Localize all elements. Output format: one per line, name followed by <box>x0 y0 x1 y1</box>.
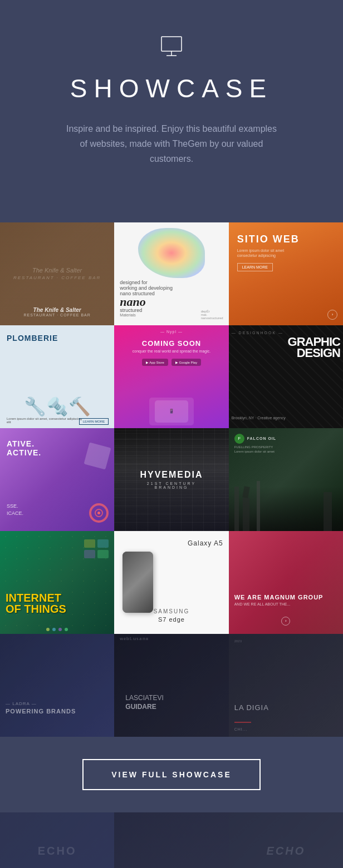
showcase-description: Inspire and be inspired. Enjoy this beau… <box>66 121 277 167</box>
cta-section: VIEW FULL SHOWCASE <box>0 737 343 812</box>
gallery-item-3[interactable]: SITIO WEB Lorem ipsum dolor sit amet con… <box>229 222 343 325</box>
gallery-item-7[interactable]: ATIVE. ACTIVE. SSE.ICACE. <box>0 428 114 531</box>
gallery-item-6[interactable]: — DESIGNHOOK — GRAPHICDESIGN Brooklyn, N… <box>229 325 343 428</box>
gallery-item-9[interactable]: F FALCON OIL FUELLING PROSPERITYLorem ip… <box>229 428 343 531</box>
view-showcase-button[interactable]: VIEW FULL SHOWCASE <box>82 759 261 790</box>
page-title: SHOWCASE <box>22 73 321 103</box>
bottom-thumb-1: Echo <box>0 812 114 868</box>
gallery-grid: The Knife & SalterRESTAURANT · COFFEE BA… <box>0 222 343 737</box>
gallery-item-15[interactable]: 2023 LA DIGIA CHI... <box>229 634 343 737</box>
gallery-section: The Knife & SalterRESTAURANT · COFFEE BA… <box>0 222 343 737</box>
gallery-item-8[interactable]: HYVEMEDIA 21ST CENTURY BRANDING <box>114 428 228 531</box>
header-section: SHOWCASE Inspire and be inspired. Enjoy … <box>0 0 343 222</box>
gallery-item-2[interactable]: designed forworking and developingnano s… <box>114 222 228 325</box>
svg-rect-0 <box>161 37 182 51</box>
gallery-item-13[interactable]: — LADRA — POWERING BRANDS <box>0 634 114 737</box>
gallery-item-4[interactable]: PLOMBERIE 🔧🔩🔨 Lorem ipsum dolor sit amet… <box>0 325 114 428</box>
gallery-item-12[interactable]: WE ARE MAGNUM GROUP AND WE RE ALL ABOUT … <box>229 531 343 634</box>
gallery-item-11[interactable]: Galaxy A5 SAMSUNG S7 edge <box>114 531 228 634</box>
presentation-icon <box>22 33 321 60</box>
gallery-item-1[interactable]: The Knife & SalterRESTAURANT · COFFEE BA… <box>0 222 114 325</box>
gallery-item-10[interactable]: INTERNETOF THINGS <box>0 531 114 634</box>
gallery-item-5[interactable]: — Nypl — COMING SOON conquer the real wo… <box>114 325 228 428</box>
bottom-thumb-2 <box>114 812 228 868</box>
bottom-decorative: Echo Echo <box>0 812 343 868</box>
bottom-thumb-3: Echo <box>229 812 343 868</box>
gallery-item-14[interactable]: 𝕨𝕖𝕓𝕃𝕦𝕤𝕒𝕟𝕠 LASCIATEVIGUIDARE <box>114 634 228 737</box>
